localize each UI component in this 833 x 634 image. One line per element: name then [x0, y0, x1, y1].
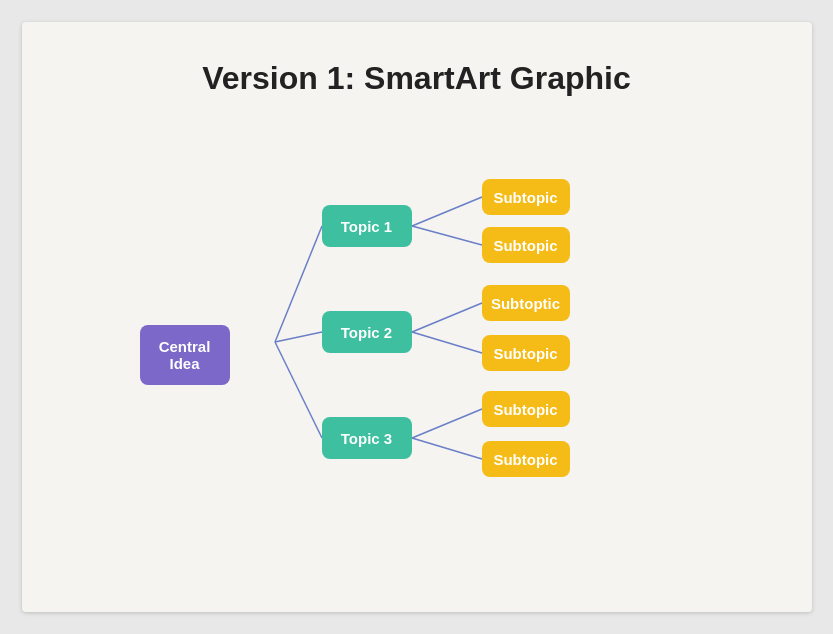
subtopic-2-label: Subtopic: [493, 237, 557, 254]
subtopic-1-node: Subtopic: [482, 179, 570, 215]
subtopic-4-node: Subtopic: [482, 335, 570, 371]
central-idea-label: Central Idea: [159, 338, 211, 372]
subtopic-1-label: Subtopic: [493, 189, 557, 206]
topic-2-label: Topic 2: [341, 324, 392, 341]
subtopic-4-label: Subtopic: [493, 345, 557, 362]
slide-title: Version 1: SmartArt Graphic: [202, 60, 631, 97]
diagram-area: Central Idea Topic 1 Topic 2 Topic 3 Sub…: [22, 97, 812, 612]
subtopic-5-node: Subtopic: [482, 391, 570, 427]
topic-3-node: Topic 3: [322, 417, 412, 459]
central-idea-node: Central Idea: [140, 325, 230, 385]
nodes-container: Central Idea Topic 1 Topic 2 Topic 3 Sub…: [22, 97, 812, 612]
topic-1-node: Topic 1: [322, 205, 412, 247]
topic-3-label: Topic 3: [341, 430, 392, 447]
subtopic-5-label: Subtopic: [493, 401, 557, 418]
subtopic-6-label: Subtopic: [493, 451, 557, 468]
topic-1-label: Topic 1: [341, 218, 392, 235]
slide: Version 1: SmartArt Graphic C: [22, 22, 812, 612]
topic-2-node: Topic 2: [322, 311, 412, 353]
subtopic-2-node: Subtopic: [482, 227, 570, 263]
subtopic-3-node: Subtoptic: [482, 285, 570, 321]
subtopic-3-label: Subtoptic: [491, 295, 560, 312]
subtopic-6-node: Subtopic: [482, 441, 570, 477]
